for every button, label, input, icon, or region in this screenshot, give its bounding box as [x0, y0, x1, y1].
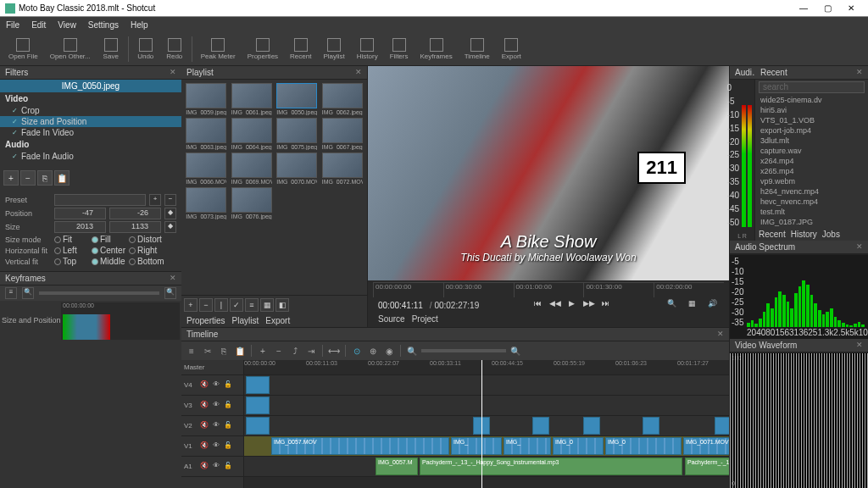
timeline-clip[interactable]: Pachyderm_-_13_-_Happy_Song_instrumental…	[420, 458, 682, 475]
lock-icon[interactable]: 🔓	[223, 462, 233, 472]
tl-copy-button[interactable]: ⎘	[217, 344, 231, 358]
track-head[interactable]: A1🔇👁🔓	[181, 457, 243, 477]
hfit-left[interactable]: Left	[54, 246, 88, 255]
tl-zoomout-button[interactable]: 🔍	[405, 344, 419, 358]
tab-properties[interactable]: Properties	[186, 316, 225, 325]
playlist-item[interactable]: IMG_0063.jpeg	[185, 118, 228, 150]
pl-grid-button[interactable]: ▦	[260, 298, 274, 312]
pl-remove-button[interactable]: −	[199, 298, 213, 312]
recent-item[interactable]: x265.mp4	[755, 166, 868, 176]
timeline-clip[interactable]: IMG_	[451, 437, 502, 455]
properties-button[interactable]: Properties	[242, 36, 283, 62]
track-v1[interactable]: IMG_0057.MOV IMG_ IMG_ IMG_0 IMG_0 IMG_0…	[244, 436, 729, 457]
mute-icon[interactable]: 🔇	[199, 462, 209, 472]
maximize-button[interactable]: ▢	[815, 1, 839, 16]
tab-project[interactable]: Project	[412, 314, 438, 324]
tab-source[interactable]: Source	[378, 314, 405, 324]
tl-split-button[interactable]: ⟷	[327, 344, 341, 358]
preview-ruler[interactable]: 00:00:00:0000:00:30:0000:01:00:0000:01:3…	[373, 282, 724, 297]
size-h-input[interactable]: 1133	[109, 221, 161, 233]
recent-item[interactable]: h264_nvenc.mp4	[755, 186, 868, 197]
preview-current-time[interactable]: 00:00:41:11	[378, 301, 423, 310]
tl-snap-button[interactable]: ⊙	[350, 344, 364, 358]
lock-icon[interactable]: 🔓	[223, 441, 233, 452]
eye-icon[interactable]: 👁	[211, 441, 221, 452]
preset-select[interactable]	[54, 194, 146, 206]
close-icon[interactable]: ✕	[856, 242, 863, 251]
skip-start-button[interactable]: ⏮	[531, 299, 545, 311]
playlist-item[interactable]: IMG_0075.jpeg	[275, 118, 319, 150]
track-v2[interactable]	[244, 416, 729, 436]
tl-lift-button[interactable]: ⤴	[288, 344, 302, 358]
close-button[interactable]: ✕	[839, 1, 863, 16]
timeline-clip[interactable]	[246, 376, 270, 394]
kf-zoom-slider[interactable]	[39, 291, 159, 295]
recent-item[interactable]: hevc_nvenc.mp4	[755, 197, 868, 207]
pl-add-button[interactable]: +	[184, 298, 198, 312]
sizemode-fill[interactable]: Fill	[92, 235, 125, 244]
timeline-clip[interactable]: IMG_0057.MOV	[271, 437, 449, 455]
tab-playlist[interactable]: Playlist	[232, 316, 259, 325]
pl-check-button[interactable]: ✓	[230, 298, 243, 312]
track-head[interactable]: V1🔇👁🔓	[181, 436, 243, 457]
sizemode-distort[interactable]: Distort	[129, 235, 163, 244]
playlist-item[interactable]: IMG_0059.jpeg	[185, 83, 228, 115]
playlist-item[interactable]: IMG_0050.jpeg	[275, 83, 319, 115]
history-button[interactable]: History	[352, 36, 383, 62]
tl-append-button[interactable]: +	[256, 344, 270, 358]
close-icon[interactable]: ✕	[856, 68, 863, 76]
close-icon[interactable]: ✕	[856, 341, 863, 349]
close-icon[interactable]: ✕	[717, 330, 724, 338]
pl-tile-button[interactable]: ◧	[275, 298, 289, 312]
menu-file[interactable]: File	[3, 20, 22, 30]
timeline-clip[interactable]: IMG_0	[553, 437, 604, 455]
tab-history[interactable]: History	[791, 230, 817, 239]
recent-search-input[interactable]: search	[759, 81, 865, 93]
recent-item[interactable]: capture.wav	[755, 146, 868, 156]
skip-end-button[interactable]: ⏭	[599, 299, 613, 311]
mute-icon[interactable]: 🔇	[199, 421, 209, 431]
tl-menu-button[interactable]: ≡	[185, 344, 198, 358]
track-head-master[interactable]: Master	[181, 360, 243, 375]
next-button[interactable]: ▶▶	[582, 299, 596, 311]
copy-filter-button[interactable]: ⎘	[37, 170, 53, 186]
prev-button[interactable]: ◀◀	[548, 299, 562, 311]
timeline-clip[interactable]: Pachyderm_-_13_-_Happy_Song_instrumental…	[685, 458, 729, 475]
sizemode-fit[interactable]: Fit	[54, 235, 88, 244]
recent-item[interactable]: 3dlut.mlt	[755, 136, 868, 146]
close-icon[interactable]: ✕	[355, 68, 362, 76]
recent-item[interactable]: vp9.webm	[755, 176, 868, 186]
recent-item[interactable]: wide25-cinema.dv	[755, 95, 868, 105]
track-head[interactable]: V3🔇👁🔓	[181, 396, 243, 416]
playlist-item[interactable]: IMG_0076.jpeg	[231, 187, 274, 219]
recent-item[interactable]: x264.mp4	[755, 156, 868, 166]
track-head[interactable]: V4🔇👁🔓	[181, 375, 243, 396]
filter-item[interactable]: ✓Fade In Video	[0, 127, 181, 138]
keyframes-button[interactable]: Keyframes	[415, 36, 457, 62]
timeline-clip[interactable]: IMG_0	[605, 437, 682, 455]
kf-zoomin-button[interactable]: 🔍	[164, 287, 176, 299]
tl-remove-button[interactable]: −	[272, 344, 286, 358]
menu-settings[interactable]: Settings	[86, 20, 121, 30]
lock-icon[interactable]: 🔓	[223, 380, 233, 391]
timeline-clip[interactable]	[246, 417, 270, 435]
tl-paste-button[interactable]: 📋	[233, 344, 247, 358]
position-x-input[interactable]: -47	[54, 208, 106, 219]
grid-button[interactable]: ▦	[685, 299, 698, 311]
playlist-item[interactable]: IMG_0066.MOV	[185, 152, 228, 185]
track-v4[interactable]	[244, 375, 729, 396]
filters-button[interactable]: Filters	[385, 36, 414, 62]
tl-overwrite-button[interactable]: ⇥	[304, 344, 318, 358]
hfit-right[interactable]: Right	[129, 246, 163, 255]
tl-zoom-slider[interactable]	[421, 349, 506, 352]
menu-help[interactable]: Help	[128, 20, 151, 30]
track-a1[interactable]: IMG_0057.M Pachyderm_-_13_-_Happy_Song_i…	[244, 457, 729, 477]
playlist-item[interactable]: IMG_0072.MOV	[321, 152, 364, 185]
peak-meter-button[interactable]: Peak Meter	[196, 36, 241, 62]
open-file-button[interactable]: Open File	[3, 36, 43, 62]
keyframes-clip[interactable]	[63, 314, 110, 340]
recent-item[interactable]: VTS_01_1.VOB	[755, 115, 868, 125]
recent-item[interactable]: export-job.mp4	[755, 125, 868, 136]
track-head[interactable]: V2🔇👁🔓	[181, 416, 243, 436]
size-w-input[interactable]: 2013	[54, 221, 106, 233]
